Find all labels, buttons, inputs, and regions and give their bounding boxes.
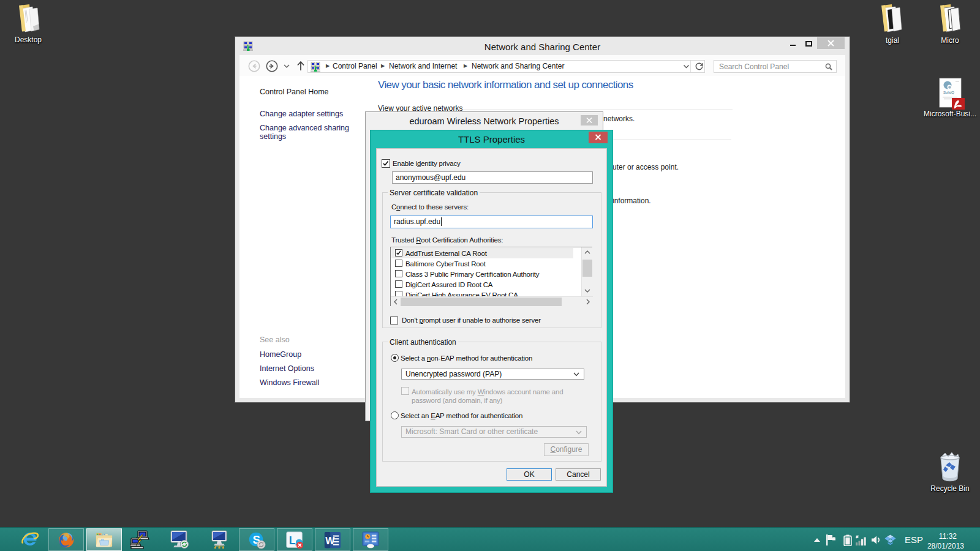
svg-text:SolidQ: SolidQ [943, 91, 954, 94]
svg-text:L: L [289, 534, 296, 547]
